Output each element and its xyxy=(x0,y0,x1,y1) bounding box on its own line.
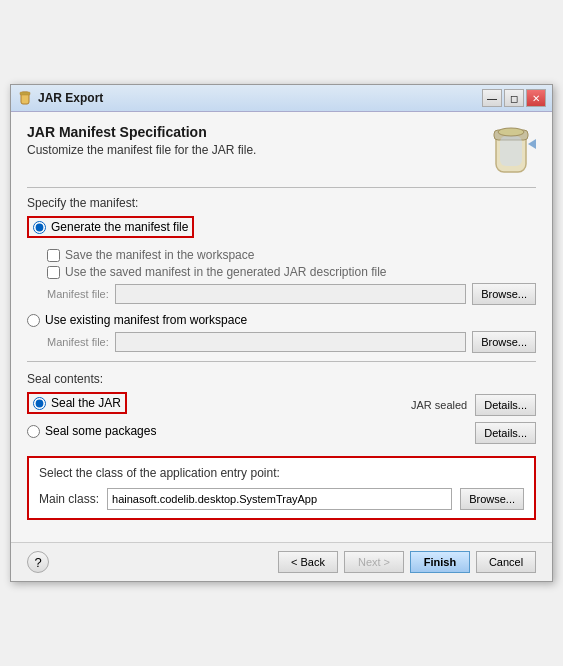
seal-jar-right: JAR sealed Details... xyxy=(411,394,536,416)
generate-manifest-label: Generate the manifest file xyxy=(51,220,188,234)
existing-manifest-radio[interactable] xyxy=(27,314,40,327)
svg-point-5 xyxy=(498,128,524,136)
help-button[interactable]: ? xyxy=(27,551,49,573)
seal-jar-left: Seal the JAR xyxy=(27,392,411,418)
seal-packages-radio-label[interactable]: Seal some packages xyxy=(27,424,475,438)
seal-packages-radio[interactable] xyxy=(27,425,40,438)
title-bar-left: JAR Export xyxy=(17,90,103,106)
manifest-file-label-2: Manifest file: xyxy=(47,336,109,348)
cancel-button[interactable]: Cancel xyxy=(476,551,536,573)
restore-button[interactable]: ◻ xyxy=(504,89,524,107)
generate-manifest-radio[interactable] xyxy=(33,221,46,234)
main-class-input[interactable] xyxy=(107,488,452,510)
use-saved-manifest-option[interactable]: Use the saved manifest in the generated … xyxy=(47,265,536,279)
seal-jar-row: Seal the JAR JAR sealed Details... xyxy=(27,392,536,418)
seal-contents-label: Seal contents: xyxy=(27,372,536,386)
generate-manifest-radio-label[interactable]: Generate the manifest file xyxy=(27,216,194,238)
window-title: JAR Export xyxy=(38,91,103,105)
finish-button[interactable]: Finish xyxy=(410,551,470,573)
minimize-button[interactable]: — xyxy=(482,89,502,107)
seal-packages-label: Seal some packages xyxy=(45,424,156,438)
seal-packages-row: Seal some packages Details... xyxy=(27,422,536,444)
use-saved-manifest-label: Use the saved manifest in the generated … xyxy=(65,265,387,279)
main-class-row: Main class: Browse... xyxy=(39,488,524,510)
entry-point-title: Select the class of the application entr… xyxy=(39,466,524,480)
dialog-title: JAR Manifest Specification xyxy=(27,124,256,140)
seal-packages-details-button[interactable]: Details... xyxy=(475,422,536,444)
svg-rect-1 xyxy=(20,92,30,95)
manifest-browse-button-2[interactable]: Browse... xyxy=(472,331,536,353)
header-section: JAR Manifest Specification Customize the… xyxy=(27,124,256,167)
main-class-browse-button[interactable]: Browse... xyxy=(460,488,524,510)
dialog-content: JAR Manifest Specification Customize the… xyxy=(11,112,552,532)
back-button[interactable]: < Back xyxy=(278,551,338,573)
jar-sealed-label: JAR sealed xyxy=(411,399,467,411)
manifest-browse-button-1[interactable]: Browse... xyxy=(472,283,536,305)
svg-marker-6 xyxy=(528,139,536,149)
seal-packages-right: Details... xyxy=(475,422,536,444)
footer-buttons: < Back Next > Finish Cancel xyxy=(278,551,536,573)
title-bar: JAR Export — ◻ ✕ xyxy=(11,85,552,112)
seal-jar-radio[interactable] xyxy=(33,397,46,410)
close-button[interactable]: ✕ xyxy=(526,89,546,107)
seal-jar-radio-label[interactable]: Seal the JAR xyxy=(27,392,127,414)
seal-section: Seal contents: Seal the JAR JAR sealed D… xyxy=(27,372,536,444)
save-manifest-option[interactable]: Save the manifest in the workspace xyxy=(47,248,536,262)
manifest-file-input-1[interactable] xyxy=(115,284,466,304)
next-button[interactable]: Next > xyxy=(344,551,404,573)
jar-icon-large xyxy=(486,124,536,179)
seal-jar-label: Seal the JAR xyxy=(51,396,121,410)
jar-export-window: JAR Export — ◻ ✕ JAR Manifest Specificat… xyxy=(10,84,553,582)
dialog-footer: ? < Back Next > Finish Cancel xyxy=(11,542,552,581)
jar-icon-small xyxy=(17,90,33,106)
existing-manifest-radio-label[interactable]: Use existing manifest from workspace xyxy=(27,313,536,327)
divider-2 xyxy=(27,361,536,362)
title-bar-controls: — ◻ ✕ xyxy=(482,89,546,107)
manifest-file-input-2[interactable] xyxy=(115,332,466,352)
save-manifest-label: Save the manifest in the workspace xyxy=(65,248,254,262)
manifest-file-row-1: Manifest file: Browse... xyxy=(47,283,536,305)
save-manifest-checkbox[interactable] xyxy=(47,249,60,262)
existing-manifest-label: Use existing manifest from workspace xyxy=(45,313,247,327)
main-class-label: Main class: xyxy=(39,492,99,506)
manifest-file-row-2: Manifest file: Browse... xyxy=(47,331,536,353)
entry-point-box: Select the class of the application entr… xyxy=(27,456,536,520)
seal-jar-details-button[interactable]: Details... xyxy=(475,394,536,416)
svg-rect-4 xyxy=(500,136,522,166)
divider-1 xyxy=(27,187,536,188)
dialog-subtitle: Customize the manifest file for the JAR … xyxy=(27,143,256,157)
specify-manifest-label: Specify the manifest: xyxy=(27,196,536,210)
seal-packages-left: Seal some packages xyxy=(27,424,475,442)
use-saved-manifest-checkbox[interactable] xyxy=(47,266,60,279)
manifest-file-label-1: Manifest file: xyxy=(47,288,109,300)
